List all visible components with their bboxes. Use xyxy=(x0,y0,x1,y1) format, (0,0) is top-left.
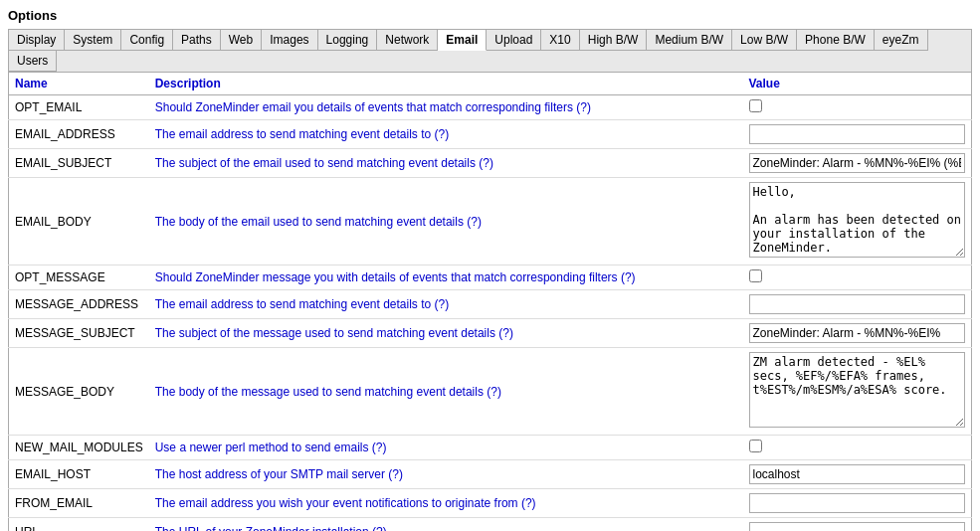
checkbox-opt_message[interactable] xyxy=(749,269,762,282)
row-desc-message_body: The body of the message used to send mat… xyxy=(149,348,743,436)
tab-phonebw[interactable]: Phone B/W xyxy=(797,30,875,51)
tab-eyezm[interactable]: eyeZm xyxy=(875,30,928,51)
row-val-message_subject[interactable] xyxy=(743,319,972,348)
textarea-message_body[interactable]: ZM alarm detected - %EL% secs, %EF%/%EFA… xyxy=(749,352,966,428)
col-desc: Description xyxy=(149,73,743,95)
row-name-message_address: MESSAGE_ADDRESS xyxy=(9,290,149,319)
tab-config[interactable]: Config xyxy=(121,30,173,51)
row-desc-email_subject: The subject of the email used to send ma… xyxy=(149,149,743,178)
row-val-email_subject[interactable] xyxy=(743,149,972,178)
row-val-url[interactable] xyxy=(743,518,972,532)
row-val-email_address[interactable] xyxy=(743,120,972,149)
textarea-email_body[interactable]: Hello, An alarm has been detected on you… xyxy=(749,182,966,258)
table-row: EMAIL_ADDRESSThe email address to send m… xyxy=(9,120,972,149)
table-row: OPT_EMAILShould ZoneMinder email you det… xyxy=(9,95,972,120)
row-name-email_subject: EMAIL_SUBJECT xyxy=(9,149,149,178)
tab-lowbw[interactable]: Low B/W xyxy=(732,30,797,51)
row-name-opt_message: OPT_MESSAGE xyxy=(9,266,149,290)
row-name-url: URL xyxy=(9,518,149,532)
table-row: OPT_MESSAGEShould ZoneMinder message you… xyxy=(9,266,972,290)
input-url[interactable] xyxy=(749,522,966,531)
tab-images[interactable]: Images xyxy=(262,30,317,51)
table-row: URLThe URL of your ZoneMinder installati… xyxy=(9,518,972,532)
row-val-new_mail_modules[interactable] xyxy=(743,436,972,460)
table-row: EMAIL_BODYThe body of the email used to … xyxy=(9,178,972,266)
row-desc-new_mail_modules: Use a newer perl method to send emails (… xyxy=(149,436,743,460)
checkbox-opt_email[interactable] xyxy=(749,99,762,112)
row-name-email_body: EMAIL_BODY xyxy=(9,178,149,266)
input-message_address[interactable] xyxy=(749,294,966,314)
page-title: Options xyxy=(8,8,972,23)
row-val-email_host[interactable] xyxy=(743,460,972,489)
row-name-email_host: EMAIL_HOST xyxy=(9,460,149,489)
table-row: MESSAGE_SUBJECTThe subject of the messag… xyxy=(9,319,972,348)
input-message_subject[interactable] xyxy=(749,323,966,343)
table-row: FROM_EMAILThe email address you wish you… xyxy=(9,489,972,518)
table-row: MESSAGE_ADDRESSThe email address to send… xyxy=(9,290,972,319)
row-name-message_body: MESSAGE_BODY xyxy=(9,348,149,436)
row-desc-email_address: The email address to send matching event… xyxy=(149,120,743,149)
tab-web[interactable]: Web xyxy=(221,30,262,51)
input-email_host[interactable] xyxy=(749,464,966,484)
row-val-opt_message[interactable] xyxy=(743,266,972,290)
tab-network[interactable]: Network xyxy=(377,30,438,51)
row-desc-message_address: The email address to send matching event… xyxy=(149,290,743,319)
row-val-email_body[interactable]: Hello, An alarm has been detected on you… xyxy=(743,178,972,266)
table-row: NEW_MAIL_MODULESUse a newer perl method … xyxy=(9,436,972,460)
tab-x10[interactable]: X10 xyxy=(541,30,579,51)
row-name-email_address: EMAIL_ADDRESS xyxy=(9,120,149,149)
options-table: Name Description Value OPT_EMAILShould Z… xyxy=(8,72,972,531)
input-email_address[interactable] xyxy=(749,124,966,144)
table-row: MESSAGE_BODYThe body of the message used… xyxy=(9,348,972,436)
row-desc-opt_email: Should ZoneMinder email you details of e… xyxy=(149,95,743,120)
table-row: EMAIL_SUBJECTThe subject of the email us… xyxy=(9,149,972,178)
tab-paths[interactable]: Paths xyxy=(173,30,221,51)
row-desc-opt_message: Should ZoneMinder message you with detai… xyxy=(149,266,743,290)
tab-email[interactable]: Email xyxy=(438,30,487,51)
row-desc-from_email: The email address you wish your event no… xyxy=(149,489,743,518)
row-desc-message_subject: The subject of the message used to send … xyxy=(149,319,743,348)
tab-mediumbw[interactable]: Medium B/W xyxy=(647,30,732,51)
tab-users[interactable]: Users xyxy=(9,51,57,72)
row-val-opt_email[interactable] xyxy=(743,95,972,120)
input-email_subject[interactable] xyxy=(749,153,966,173)
row-desc-url: The URL of your ZoneMinder installation … xyxy=(149,518,743,532)
tab-system[interactable]: System xyxy=(65,30,121,51)
checkbox-new_mail_modules[interactable] xyxy=(749,440,762,452)
row-desc-email_body: The body of the email used to send match… xyxy=(149,178,743,266)
row-name-from_email: FROM_EMAIL xyxy=(9,489,149,518)
tab-bar: DisplaySystemConfigPathsWebImagesLogging… xyxy=(8,29,972,72)
row-name-message_subject: MESSAGE_SUBJECT xyxy=(9,319,149,348)
row-desc-email_host: The host address of your SMTP mail serve… xyxy=(149,460,743,489)
tab-logging[interactable]: Logging xyxy=(318,30,378,51)
input-from_email[interactable] xyxy=(749,493,966,513)
tab-display[interactable]: Display xyxy=(9,30,65,51)
row-name-new_mail_modules: NEW_MAIL_MODULES xyxy=(9,436,149,460)
row-name-opt_email: OPT_EMAIL xyxy=(9,95,149,120)
tab-upload[interactable]: Upload xyxy=(487,30,541,51)
row-val-message_body[interactable]: ZM alarm detected - %EL% secs, %EF%/%EFA… xyxy=(743,348,972,436)
tab-highbw[interactable]: High B/W xyxy=(580,30,648,51)
row-val-message_address[interactable] xyxy=(743,290,972,319)
col-name: Name xyxy=(9,73,149,95)
table-row: EMAIL_HOSTThe host address of your SMTP … xyxy=(9,460,972,489)
row-val-from_email[interactable] xyxy=(743,489,972,518)
col-val: Value xyxy=(743,73,972,95)
